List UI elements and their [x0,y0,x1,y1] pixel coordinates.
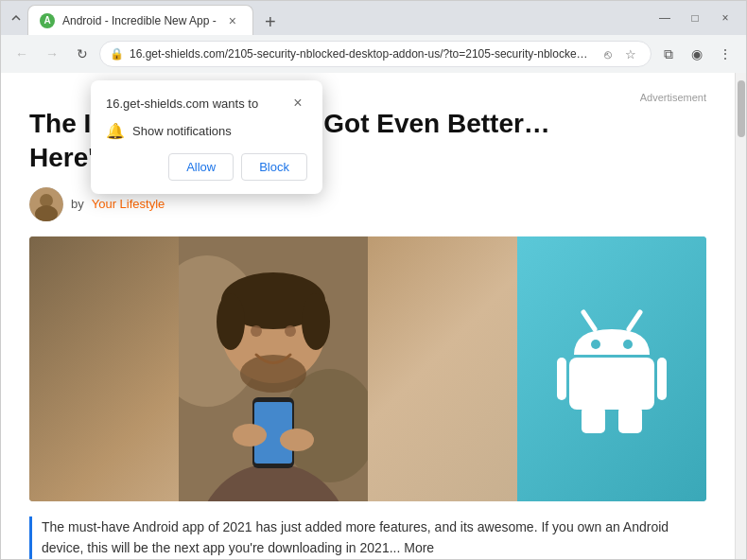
image-right [517,236,706,501]
svg-point-11 [240,355,306,393]
article-body-text: The must-have Android app of 2021 has ju… [42,519,669,555]
browser-window: A Android - Incredible New App - × + — □… [0,0,747,560]
popup-close-button[interactable]: × [288,94,307,113]
extensions-button[interactable]: ⧉ [655,41,682,67]
back-button[interactable]: ← [9,41,35,67]
android-logo-svg [555,303,669,435]
svg-point-12 [251,325,262,337]
popup-notification-row: 🔔 Show notifications [106,122,307,140]
svg-point-21 [623,340,633,349]
image-left [29,236,517,501]
share-button[interactable]: ⎋ [598,44,618,64]
profile-button[interactable]: ◉ [684,41,710,67]
popup-title: 16.get-shields.com wants to [106,96,258,111]
tab-close-button[interactable]: × [224,12,241,29]
author-avatar [29,187,63,221]
maximize-button[interactable]: □ [682,5,708,31]
article-image [29,236,706,501]
svg-point-9 [217,293,245,350]
lock-icon: 🔒 [110,47,124,61]
active-tab[interactable]: A Android - Incredible New App - × [27,5,253,35]
close-button[interactable]: × [712,5,738,31]
notification-message: Show notifications [132,124,232,138]
menu-button[interactable]: ⋮ [712,41,738,67]
svg-line-19 [629,312,640,329]
expand-button[interactable] [9,10,24,26]
url-text: 16.get-shields.com/2105-security-nblocke… [130,47,592,61]
url-actions: ⎋ ☆ [598,44,641,64]
scrollbar[interactable] [735,73,746,559]
svg-point-17 [280,429,314,451]
popup-header: 16.get-shields.com wants to × [106,94,307,113]
notification-popup: 16.get-shields.com wants to × 🔔 Show not… [91,80,322,194]
svg-point-13 [285,325,296,337]
svg-point-16 [233,424,267,446]
new-tab-button[interactable]: + [257,9,284,35]
svg-rect-25 [582,407,605,433]
svg-point-1 [40,194,53,207]
address-bar: ← → ↻ 🔒 16.get-shields.com/2105-security… [1,35,746,73]
tab-title: Android - Incredible New App - [62,14,217,27]
svg-point-10 [302,293,330,350]
article-body: The must-have Android app of 2021 has ju… [29,516,706,559]
allow-button[interactable]: Allow [168,153,234,181]
bell-icon: 🔔 [106,122,125,140]
svg-rect-24 [657,358,667,400]
toolbar-right: ⧉ ◉ ⋮ [655,41,738,67]
tab-area: A Android - Incredible New App - × + [27,1,651,35]
window-controls: — □ × [651,5,738,31]
svg-rect-23 [557,358,566,400]
forward-button[interactable]: → [39,41,65,67]
minimize-button[interactable]: — [651,5,678,31]
refresh-button[interactable]: ↻ [69,41,96,67]
popup-buttons: Allow Block [106,153,307,181]
page-main: Advertisement The In▌l App That Just Got… [1,73,735,559]
svg-line-18 [583,312,595,329]
title-bar: A Android - Incredible New App - × + — □… [1,1,746,35]
tab-favicon: A [40,13,55,28]
scrollbar-thumb[interactable] [738,80,745,137]
svg-point-20 [591,340,600,349]
svg-rect-22 [569,358,654,410]
page-content: Advertisement The In▌l App That Just Got… [1,73,746,559]
url-bar[interactable]: 🔒 16.get-shields.com/2105-security-nbloc… [99,41,651,67]
block-button[interactable]: Block [241,153,307,181]
bookmark-button[interactable]: ☆ [620,44,641,64]
author-name[interactable]: Your Lifestyle [92,197,165,211]
author-prefix: by [71,197,84,211]
svg-rect-26 [618,407,642,433]
